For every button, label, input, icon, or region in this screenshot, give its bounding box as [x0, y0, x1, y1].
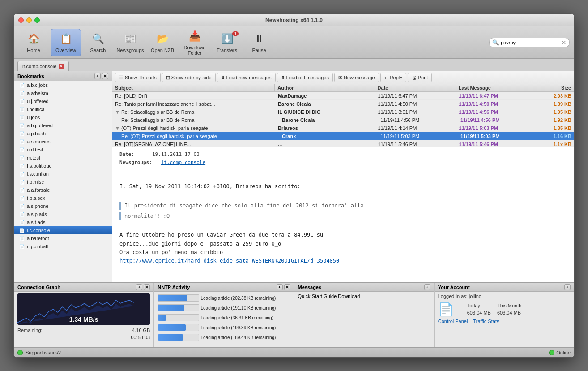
sidebar-item-a-s-movies[interactable]: 📄a.s.movies	[14, 138, 112, 146]
table-row[interactable]: Re: (OT) Prezzi degli hardisk, parla sea…	[112, 132, 574, 140]
reply-button[interactable]: ↩ Reply	[380, 73, 406, 82]
sidebar-item-a-s-phone[interactable]: 📄a.s.phone	[14, 202, 112, 210]
sidebar-item-u-j-offered[interactable]: 📄u.j.offered	[14, 97, 112, 105]
sidebar-item-u-jobs[interactable]: 📄u.jobs	[14, 113, 112, 121]
cell-size: 1.1x KB	[537, 141, 574, 147]
newsgroups-button[interactable]: 📰 Newsgroups	[115, 29, 145, 56]
col-date[interactable]: Date	[375, 84, 456, 91]
sidebar-item-m-test[interactable]: 📄m.test	[14, 154, 112, 162]
date-label: Date:	[119, 151, 134, 157]
transfers-label: Transfers	[217, 47, 237, 53]
preview-line	[119, 191, 567, 200]
search-button[interactable]: 🔍 Search	[83, 29, 113, 56]
overview-button[interactable]: 📋 Overview	[51, 29, 81, 56]
traffic-stats-link[interactable]: Traffic Stats	[473, 319, 499, 324]
maximize-button[interactable]	[34, 17, 40, 23]
table-row[interactable]: Re: Sciacallaggio ar BB de Roma Barone C…	[112, 116, 574, 124]
col-lastmsg[interactable]: Last Message	[456, 84, 537, 91]
sidebar-item-label: u.d.test	[27, 147, 43, 152]
folder-icon: 📄	[19, 115, 25, 120]
sidebar-item-u-d-test[interactable]: 📄u.d.test	[14, 146, 112, 154]
messages-title: Messages	[298, 285, 322, 290]
cell-date: 11/19/11 4:50 PM	[375, 101, 456, 107]
search-bar-icon: 🔍	[492, 39, 499, 46]
conn-graph-close[interactable]: ✕	[144, 284, 150, 290]
cell-lastmsg: 11/19/11 6:47 PM	[456, 93, 537, 99]
nntp-bar	[158, 294, 199, 302]
cell-subject: Re: (OT) Prezzi degli hardisk, parla sea…	[112, 133, 279, 139]
newsgroups-link[interactable]: it.comp.console	[161, 160, 205, 165]
table-row[interactable]: Re: [OLD] Drift MaxDamage 11/19/11 6:47 …	[112, 92, 574, 100]
tab-close-button[interactable]: ✕	[59, 64, 64, 69]
print-button[interactable]: 🖨 Print	[408, 73, 432, 82]
show-threads-button[interactable]: ☰ Show Threads	[115, 73, 161, 82]
sidebar-item-label: i.s.c.milan	[27, 171, 49, 177]
sidebar-item-r-g-pinball[interactable]: 📄r.g.pinball	[14, 242, 112, 250]
main-window: Newshosting x64 1.1.0 🏠 Home 📋 Overview …	[13, 13, 575, 358]
nntp-close[interactable]: ✕	[284, 284, 290, 290]
sidebar-item-i-s-c-milan[interactable]: 📄i.s.c.milan	[14, 170, 112, 178]
table-row[interactable]: ▼Re: Sciacallaggio ar BB de Roma IL GIUD…	[112, 108, 574, 116]
table-row[interactable]: Re: [OT][SEGNALAZIONE] LINE... ... 11/19…	[112, 140, 574, 147]
cell-author: Briareos	[275, 125, 375, 131]
open-nzb-button[interactable]: 📂 Open NZB	[147, 29, 178, 56]
nntp-bar	[158, 334, 199, 341]
search-clear-button[interactable]: ✕	[561, 39, 567, 46]
new-message-button[interactable]: ✉ New message	[334, 73, 379, 82]
cell-subject: Re: Tanto per farmi incazzare anche il s…	[112, 101, 275, 107]
nntp-title: NNTP Activity	[158, 285, 190, 290]
nntp-restore[interactable]: +	[277, 284, 283, 290]
conn-graph-restore[interactable]: +	[136, 284, 142, 290]
col-size[interactable]: Size	[537, 84, 574, 91]
folder-icon: 📄	[19, 123, 25, 128]
sidebar-close-button[interactable]: ✕	[102, 73, 108, 79]
sidebar-item-a-p-bush[interactable]: 📄a.p.bush	[14, 129, 112, 138]
col-subject[interactable]: Subject	[112, 84, 275, 91]
close-button[interactable]	[18, 17, 24, 23]
folder-icon: 📄	[19, 236, 25, 241]
sidebar-restore-button[interactable]: +	[94, 73, 101, 79]
show-side-by-side-button[interactable]: ⊞ Show side-by-side	[162, 73, 216, 82]
sidebar-item-f-s-politique[interactable]: 📄f.s.politique	[14, 162, 112, 170]
cell-size: 2.93 KB	[537, 93, 574, 99]
load-old-messages-button[interactable]: ⬆ Load old messages	[277, 73, 333, 82]
sidebar-item-i-c-console[interactable]: 📄i.c.console	[14, 226, 112, 234]
sidebar-item-label: u.j.offered	[27, 99, 49, 104]
cell-author: Barone Cicala	[279, 117, 378, 123]
sidebar-item-label: a.s.t.ads	[27, 220, 46, 225]
cell-date: 11/19/11 5:03 PM	[378, 133, 458, 139]
sidebar-item-a-barefoot[interactable]: 📄a.barefoot	[14, 234, 112, 242]
window-controls	[18, 17, 40, 23]
search-input[interactable]	[501, 40, 559, 45]
sidebar-item-label: a.s.phone	[27, 203, 48, 209]
preview-link[interactable]: http://www.eprice.it/hard-disk-eide-sata…	[119, 258, 339, 264]
col-author[interactable]: Author	[275, 84, 375, 91]
sidebar-item-a-s-t-ads[interactable]: 📄a.s.t.ads	[14, 218, 112, 226]
sidebar-item-t-p-misc[interactable]: 📄t.p.misc	[14, 178, 112, 186]
download-folder-button[interactable]: 📥 Download Folder	[179, 29, 210, 56]
sidebar-item-a-b-j-offered[interactable]: 📄a.b.j.offered	[14, 121, 112, 129]
load-new-messages-button[interactable]: ⬇ Load new messages	[217, 73, 276, 82]
account-close[interactable]: +	[564, 284, 571, 290]
transfers-button[interactable]: ⬇️ Transfers 1	[212, 29, 242, 56]
tab-it-comp-console[interactable]: it.comp.console ✕	[17, 61, 69, 71]
sidebar-item-i-politica[interactable]: 📄i.politica	[14, 105, 112, 113]
nntp-bar	[158, 304, 199, 311]
folder-icon: 📄	[19, 147, 25, 152]
table-row[interactable]: ▼(OT) Prezzi degli hardisk, parla seagat…	[112, 124, 574, 132]
messages-close[interactable]: +	[424, 284, 430, 290]
sidebar-item-t-b-s-sex[interactable]: 📄t.b.s.sex	[14, 194, 112, 202]
sidebar-item-label: a.a.forsale	[27, 187, 50, 193]
sidebar-item-a-s-p-ads[interactable]: 📄a.s.p.ads	[14, 210, 112, 218]
sidebar-item-a-a-forsale[interactable]: 📄a.a.forsale	[14, 186, 112, 194]
minimize-button[interactable]	[26, 17, 32, 23]
graph-canvas: 1.34 MB/s	[17, 293, 150, 325]
home-button[interactable]: 🏠 Home	[18, 29, 49, 56]
preview-line: A fine Ottobre ho preso un Caviar Green …	[119, 231, 567, 239]
table-row[interactable]: Re: Tanto per farmi incazzare anche il s…	[112, 100, 574, 108]
pause-button[interactable]: ⏸ Pause	[244, 29, 274, 56]
sidebar-item-a-b-c-jobs[interactable]: 📄a.b.c.jobs	[14, 81, 112, 89]
sidebar-item-a-atheism[interactable]: 📄a.atheism	[14, 89, 112, 97]
cell-subject: Re: [OLD] Drift	[112, 93, 275, 99]
control-panel-link[interactable]: Control Panel	[438, 319, 468, 324]
